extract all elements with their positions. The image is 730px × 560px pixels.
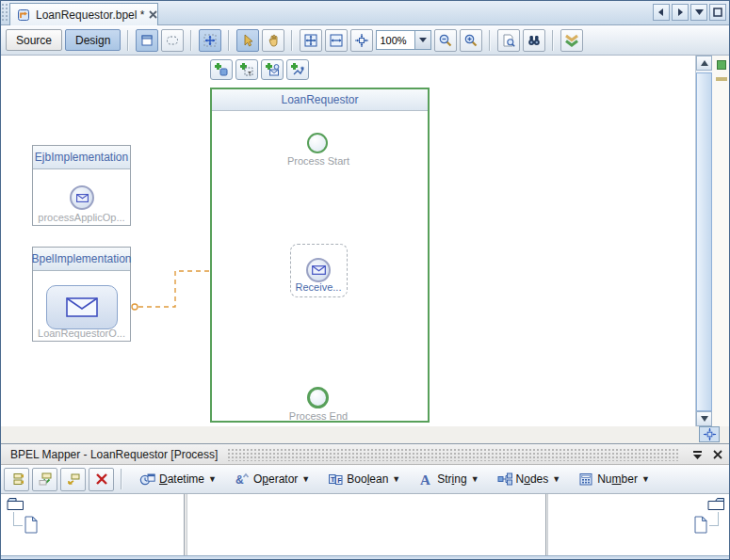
mapper-title-bar[interactable]: BPEL Mapper - LoanRequestor [Process]	[1, 444, 729, 465]
zoom-combobox	[376, 30, 431, 50]
overview-button[interactable]	[497, 29, 520, 52]
mapper-title: BPEL Mapper - LoanRequestor [Process]	[10, 448, 218, 461]
add-link-icon	[290, 62, 305, 77]
mapper-menu-datetime[interactable]: Datetime ▼	[135, 470, 221, 488]
tab-close-icon[interactable]	[149, 10, 157, 19]
find-icon	[527, 33, 542, 48]
zoom-level-input[interactable]	[376, 30, 415, 50]
palette-add-scope-button[interactable]	[235, 59, 258, 80]
palette-add-receive-button[interactable]	[261, 59, 284, 80]
partner-ejb-implementation[interactable]: EjbImplementation processApplicOp...	[32, 145, 131, 226]
pan-tool-icon	[266, 33, 281, 48]
editor-tab-loanrequestor[interactable]: LoanRequestor.bpel *	[9, 3, 158, 25]
no-errors-indicator[interactable]	[717, 60, 726, 70]
zoom-dropdown-button[interactable]	[415, 30, 431, 50]
process-end-node[interactable]	[307, 387, 329, 408]
folder-icon[interactable]	[7, 497, 24, 511]
partner-bpel-implementation[interactable]: BpelImplementation LoanRequestorO...	[32, 247, 131, 342]
toolbar-separator	[121, 469, 122, 489]
envelope-icon	[76, 194, 89, 202]
mapper-menu-string[interactable]: A String ▼	[414, 470, 483, 488]
mapper-content	[1, 494, 729, 555]
window-icon	[139, 33, 154, 48]
toolbar-separator	[127, 30, 129, 51]
close-panel-button[interactable]	[709, 447, 725, 462]
show-partner-links-button[interactable]	[136, 29, 158, 52]
boolean-icon: T F	[328, 472, 343, 487]
validate-button[interactable]	[560, 29, 583, 52]
scroll-tabs-left-button[interactable]	[653, 4, 670, 21]
mapper-source-tree[interactable]	[1, 494, 184, 555]
operation-node[interactable]	[70, 185, 94, 210]
delete-button[interactable]	[89, 468, 114, 491]
tab-list-dropdown-button[interactable]	[690, 4, 707, 21]
process-end-label: Process End	[262, 410, 375, 422]
datetime-icon	[139, 472, 155, 487]
mapper-menu-boolean[interactable]: T F Boolean ▼	[323, 470, 405, 488]
zoom-in-button[interactable]	[460, 29, 482, 52]
fit-diagram-icon	[303, 33, 318, 48]
mapper-drag-texture[interactable]	[227, 448, 680, 461]
scroll-up-button[interactable]	[696, 56, 712, 71]
scrollbar-thumb[interactable]	[696, 72, 712, 411]
warning-mark[interactable]	[716, 77, 727, 81]
palette-add-link-button[interactable]	[286, 59, 309, 80]
mapper-menu-nodes[interactable]: Nodes ▼	[493, 470, 566, 488]
expand-trees-button[interactable]	[32, 468, 57, 491]
toolbar-separator	[228, 30, 230, 51]
envelope-icon	[66, 297, 98, 317]
design-canvas[interactable]: LoanRequestor Process Start Receive... P…	[1, 56, 695, 426]
svg-text:T: T	[331, 475, 335, 484]
palette-add-activity-button[interactable]	[210, 59, 233, 80]
vertical-scrollbar[interactable]	[695, 56, 712, 426]
collapse-duplicates-button[interactable]	[4, 468, 29, 491]
partner-title[interactable]: EjbImplementation	[33, 146, 130, 169]
find-button[interactable]	[523, 29, 545, 52]
center-selection-icon	[203, 33, 218, 48]
process-title[interactable]: LoanRequestor	[212, 89, 428, 111]
scroll-down-button[interactable]	[696, 411, 712, 426]
toolbar-separator	[190, 30, 192, 51]
envelope-icon	[312, 265, 326, 275]
fit-width-button[interactable]	[325, 29, 348, 52]
auto-scroll-button[interactable]	[199, 29, 221, 52]
mapper-mapping-area[interactable]	[187, 494, 544, 555]
dropdown-arrow-icon: ▼	[392, 474, 400, 484]
scroll-tabs-right-button[interactable]	[672, 4, 689, 21]
mapper-bottom-strip	[1, 555, 729, 560]
svg-text:&: &	[235, 473, 244, 487]
zoom-out-button[interactable]	[434, 29, 457, 52]
add-receive-icon	[265, 62, 280, 77]
document-icon[interactable]	[693, 516, 708, 534]
zoom-out-icon	[438, 33, 453, 48]
mapper-target-tree[interactable]	[548, 494, 729, 555]
operation-node[interactable]	[46, 285, 118, 329]
receive-node[interactable]	[306, 258, 331, 282]
collapse-trees-button[interactable]	[60, 468, 86, 491]
marquee-select-button[interactable]	[161, 29, 184, 52]
svg-text:F: F	[337, 476, 342, 485]
pan-tool-button[interactable]	[262, 29, 284, 52]
fit-diagram-button[interactable]	[300, 29, 322, 52]
minimize-panel-button[interactable]	[689, 447, 706, 462]
design-view-button[interactable]: Design	[65, 29, 121, 51]
designer-toolbar: Source Design	[1, 25, 729, 56]
string-icon: A	[418, 472, 433, 487]
collapse-icon	[9, 472, 24, 487]
operation-label: processApplicOp...	[33, 212, 130, 223]
add-scope-icon	[239, 62, 254, 77]
tabbar-drag-grip[interactable]	[1, 3, 8, 23]
process-start-label: Process Start	[262, 155, 375, 167]
source-view-button[interactable]: Source	[6, 29, 62, 51]
partner-title[interactable]: BpelImplementation	[33, 248, 130, 271]
process-start-node[interactable]	[307, 133, 328, 153]
dropdown-arrow-icon: ▼	[208, 474, 217, 484]
mapper-menu-operator[interactable]: & Operator ▼	[230, 470, 315, 488]
mapper-menu-number[interactable]: Number ▼	[574, 470, 655, 488]
folder-icon[interactable]	[707, 497, 725, 511]
document-icon[interactable]	[24, 516, 39, 534]
maximize-window-button[interactable]	[709, 4, 726, 21]
pointer-tool-button[interactable]	[236, 29, 259, 52]
fit-to-view-corner-button[interactable]	[699, 426, 720, 442]
fit-selection-button[interactable]	[350, 29, 373, 52]
